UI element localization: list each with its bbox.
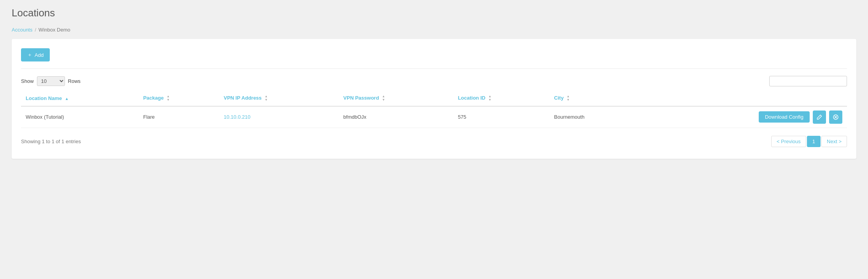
breadcrumb: Accounts / Winbox Demo [12, 27, 856, 33]
page-1-button[interactable]: 1 [807, 136, 821, 147]
table-footer: Showing 1 to 1 of 1 entries < Previous 1… [21, 136, 847, 147]
col-vpn-ip[interactable]: VPN IP Address ▲ ▼ [219, 91, 339, 106]
table-controls: Show 10 25 50 100 Rows [21, 76, 847, 86]
cell-actions: Download Config [639, 106, 847, 128]
breadcrumb-accounts[interactable]: Accounts [12, 27, 32, 33]
add-button-label: Add [35, 52, 44, 58]
previous-button[interactable]: < Previous [771, 136, 806, 147]
show-label: Show [21, 78, 34, 84]
rows-per-page-select[interactable]: 10 25 50 100 [37, 76, 65, 86]
sort-down-icon: ▼ [567, 98, 570, 102]
sort-down-icon: ▼ [488, 98, 492, 102]
delete-icon [833, 114, 838, 120]
sort-down-icon: ▼ [264, 98, 268, 102]
cell-package: Flare [138, 106, 219, 128]
col-location-id[interactable]: Location ID ▲ ▼ [453, 91, 549, 106]
pagination: < Previous 1 Next > [771, 136, 847, 147]
page-title: Locations [12, 7, 856, 19]
cell-vpn-password: bfmdbOJx [339, 106, 453, 128]
sort-down-icon: ▼ [382, 98, 385, 102]
col-package[interactable]: Package ▲ ▼ [138, 91, 219, 106]
main-card: ＋ Add Show 10 25 50 100 Rows Loc [12, 39, 856, 159]
vpn-ip-link[interactable]: 10.10.0.210 [224, 114, 250, 120]
col-location-name[interactable]: Location Name ▲ [21, 91, 138, 106]
edit-icon [817, 114, 822, 120]
col-vpn-password[interactable]: VPN Password ▲ ▼ [339, 91, 453, 106]
edit-button[interactable] [813, 111, 826, 124]
cell-location-id: 575 [453, 106, 549, 128]
breadcrumb-separator: / [35, 27, 36, 33]
table-row: Winbox (Tutorial) Flare 10.10.0.210 bfmd… [21, 106, 847, 128]
entries-info: Showing 1 to 1 of 1 entries [21, 139, 81, 144]
sort-up-icon: ▲ [65, 97, 69, 101]
breadcrumb-current: Winbox Demo [38, 27, 70, 33]
locations-table: Location Name ▲ Package ▲ ▼ VPN IP Add [21, 91, 847, 128]
cell-city: Bournemouth [550, 106, 639, 128]
show-rows-control: Show 10 25 50 100 Rows [21, 76, 80, 86]
download-config-button[interactable]: Download Config [759, 111, 810, 123]
divider [21, 68, 847, 69]
col-city[interactable]: City ▲ ▼ [550, 91, 639, 106]
add-button[interactable]: ＋ Add [21, 48, 50, 61]
sort-down-icon: ▼ [167, 98, 170, 102]
rows-label: Rows [68, 78, 81, 84]
table-header-row: Location Name ▲ Package ▲ ▼ VPN IP Add [21, 91, 847, 106]
col-actions [639, 91, 847, 106]
search-input[interactable] [769, 76, 847, 86]
add-icon: ＋ [27, 51, 32, 58]
next-button[interactable]: Next > [821, 136, 847, 147]
delete-button[interactable] [829, 111, 842, 124]
cell-location-name: Winbox (Tutorial) [21, 106, 138, 128]
cell-vpn-ip: 10.10.0.210 [219, 106, 339, 128]
